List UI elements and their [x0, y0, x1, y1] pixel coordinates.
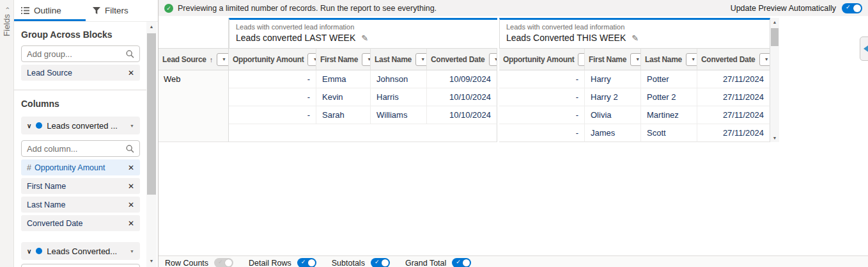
table-cell: Sarah [316, 106, 371, 124]
header-label: Converted Date [431, 55, 485, 64]
scroll-up-icon[interactable]: ▲ [146, 22, 157, 31]
header-lead-source[interactable]: Lead Source ↑ ▼ [159, 48, 229, 70]
column-chip-label: First Name [27, 182, 66, 191]
table-cell: Martinez [641, 106, 697, 124]
preview-scrollbar-thumb[interactable] [771, 28, 779, 46]
group-cell-web[interactable]: Web [159, 70, 229, 142]
report-builder: › Fields Outline Filters Group [0, 0, 868, 267]
sidebar-scrollbar-thumb[interactable] [147, 33, 156, 195]
header-b2-opportunity-amount[interactable]: Opportunity Amount ▼ [499, 48, 585, 70]
add-group-search[interactable] [21, 45, 140, 62]
columns-block2-name: Leads Converted... [47, 247, 125, 256]
funnel-icon [93, 7, 100, 14]
caret-down-icon[interactable]: ▼ [130, 124, 134, 128]
table-cell: James [585, 124, 641, 142]
column-menu-button[interactable]: ▼ [489, 53, 498, 66]
table-cell: - [499, 70, 585, 88]
close-icon[interactable]: ✕ [128, 163, 134, 172]
table-cell: Harry [585, 70, 641, 88]
header-label: Last Name [645, 55, 682, 64]
row-counts-toggle-group: Row Counts ✓ [165, 258, 233, 267]
outline-list-icon [21, 7, 29, 14]
close-icon[interactable]: ✕ [128, 200, 134, 209]
column-chip-opportunity-amount[interactable]: # Opportunity Amount ✕ [21, 159, 140, 175]
grand-total-toggle[interactable]: ✓ [452, 258, 471, 267]
detail-rows-label: Detail Rows [249, 259, 291, 267]
open-right-panel-button[interactable] [860, 36, 868, 61]
header-label: First Name [320, 55, 358, 64]
column-menu-button[interactable]: ▼ [630, 53, 641, 66]
column-chip-label: Opportunity Amount [35, 163, 105, 172]
column-menu-button[interactable]: ▼ [759, 53, 771, 66]
column-menu-button[interactable]: ▼ [686, 53, 697, 66]
check-icon: ✓ [375, 259, 380, 265]
grand-total-label: Grand Total [405, 259, 446, 267]
column-menu-button[interactable]: ▼ [578, 53, 585, 66]
column-chip-last-name[interactable]: Last Name ✕ [21, 197, 140, 213]
column-chip-first-name[interactable]: First Name ✕ [21, 178, 140, 194]
header-b1-opportunity-amount[interactable]: Opportunity Amount ▼ [229, 48, 316, 70]
group-chip-label: Lead Source [27, 69, 72, 77]
section-divider [14, 90, 147, 90]
column-menu-button[interactable]: ▼ [415, 53, 427, 66]
table-cell: 27/11/2024 [697, 88, 770, 106]
close-icon[interactable]: ✕ [128, 182, 134, 191]
column-menu-button[interactable]: ▼ [217, 53, 229, 66]
search-icon [126, 50, 134, 58]
detail-rows-toggle[interactable]: ✓ [297, 258, 316, 267]
sidebar-tabs: Outline Filters [14, 0, 158, 22]
header-b1-last-name[interactable]: Last Name ▼ [371, 48, 427, 70]
tab-filters[interactable]: Filters [93, 0, 128, 20]
add-column-search-block2[interactable] [21, 264, 140, 267]
header-b2-last-name[interactable]: Last Name ▼ [641, 48, 697, 70]
table-cell: 10/09/2024 [427, 70, 497, 88]
add-group-input[interactable] [27, 49, 126, 59]
column-chip-label: Converted Date [27, 219, 83, 228]
sidebar-scrollbar[interactable]: ▲ ▼ [146, 22, 157, 267]
caret-down-icon[interactable]: ▼ [130, 249, 134, 254]
table-cell: - [229, 70, 316, 88]
tab-outline[interactable]: Outline [21, 0, 61, 20]
subtotals-label: Subtotals [332, 259, 365, 267]
add-column-input-block1[interactable] [27, 144, 126, 154]
close-icon[interactable]: ✕ [128, 219, 134, 228]
scroll-down-icon[interactable]: ▼ [770, 134, 779, 142]
header-b2-first-name[interactable]: First Name ▼ [585, 48, 641, 70]
header-b1-first-name[interactable]: First Name ▼ [316, 48, 371, 70]
row-counts-label: Row Counts [165, 259, 208, 267]
row-counts-toggle[interactable]: ✓ [214, 258, 233, 267]
edit-pencil-icon[interactable]: ✎ [632, 33, 639, 43]
column-chip-converted-date[interactable]: Converted Date ✕ [21, 215, 140, 231]
column-menu-button[interactable]: ▼ [307, 53, 316, 66]
table-cell: Harry 2 [585, 88, 641, 106]
table-cell: 27/11/2024 [697, 124, 770, 142]
edit-pencil-icon[interactable]: ✎ [361, 33, 368, 43]
auto-update-control: Update Preview Automatically ✓ [731, 3, 862, 13]
toggle-knob [225, 259, 232, 266]
header-b2-converted-date[interactable]: Converted Date ▼ [697, 48, 770, 70]
chevron-down-icon: ∨ [27, 122, 31, 129]
column-menu-button[interactable]: ▼ [362, 53, 371, 66]
fields-rail-label: Fields [2, 14, 12, 36]
scroll-up-icon[interactable]: ▲ [770, 18, 779, 26]
columns-block2-header[interactable]: ∨ Leads Converted... ▼ [21, 242, 140, 260]
table-cell: - [229, 88, 316, 106]
close-icon[interactable]: ✕ [128, 69, 134, 77]
columns-title: Columns [21, 99, 140, 109]
preview-scrollbar[interactable]: ▲ ▼ [770, 18, 779, 142]
group-chip-lead-source[interactable]: Lead Source ✕ [21, 65, 140, 81]
fields-rail[interactable]: › Fields [0, 0, 14, 267]
table-cell: 27/11/2024 [697, 70, 770, 88]
add-column-search-block1[interactable] [21, 140, 140, 157]
subtotals-toggle[interactable]: ✓ [371, 258, 390, 267]
tab-outline-label: Outline [34, 6, 61, 15]
toggle-knob [853, 4, 861, 12]
scroll-down-icon[interactable]: ▼ [146, 256, 157, 265]
toggle-knob [382, 259, 389, 266]
columns-block1-header[interactable]: ∨ Leads converted ... ▼ [21, 117, 140, 134]
table-cell: Harris [371, 88, 427, 106]
header-b1-converted-date[interactable]: Converted Date ▼ [427, 48, 497, 70]
preview-area: ✓ Previewing a limited number of records… [159, 0, 868, 267]
table-cell: - [229, 106, 316, 124]
auto-update-toggle[interactable]: ✓ [842, 3, 862, 13]
